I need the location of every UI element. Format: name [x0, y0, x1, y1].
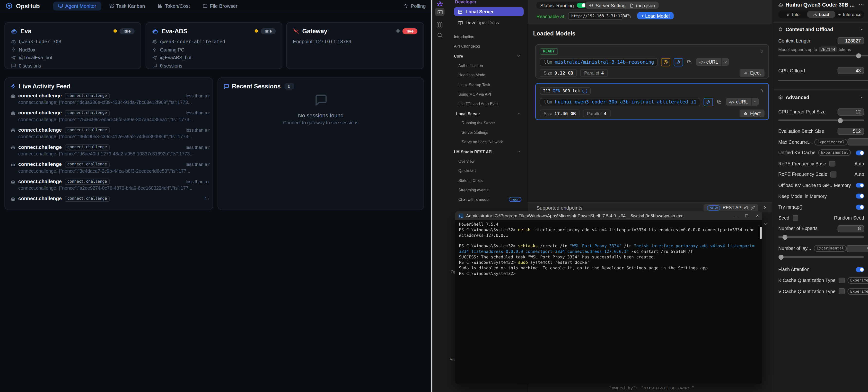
overflow-menu[interactable]: ⋯	[859, 2, 864, 8]
docs-nav-item[interactable]: Quickstart	[454, 166, 525, 175]
checkbox[interactable]	[839, 288, 845, 294]
chevron-right-icon[interactable]	[760, 49, 765, 54]
config-slider[interactable]	[778, 254, 864, 260]
eject-button[interactable]: Eject	[740, 109, 765, 117]
tools-button[interactable]	[674, 58, 683, 66]
slider-handle[interactable]	[856, 53, 861, 58]
docs-nav-item[interactable]: Using MCP via API	[454, 89, 525, 99]
robot-icon	[10, 93, 15, 98]
model-identifier-field[interactable]: llm mistralai/ministral-3-14b-reasoning	[539, 58, 658, 66]
checkbox[interactable]	[793, 215, 799, 221]
config-slider[interactable]	[778, 234, 864, 240]
tab-token-cost[interactable]: Token/Cost	[153, 1, 195, 10]
toggle-on[interactable]	[856, 205, 864, 209]
reachable-url-field[interactable]: http://192.168.3.31:1234	[568, 12, 623, 20]
toggle-on[interactable]	[856, 151, 864, 155]
docs-nav-item[interactable]: Stateful Chats	[454, 175, 525, 185]
tab-task-kanban[interactable]: Task Kanban	[104, 1, 150, 10]
docs-nav-item[interactable]: Overview	[454, 156, 525, 166]
value-field[interactable]: 4	[847, 138, 868, 146]
gateway-card[interactable]: Gateway live Endpoint: 127.0.0.1:18789	[286, 22, 424, 69]
maximize-button[interactable]: □	[745, 213, 748, 219]
developer-rail-button[interactable]	[435, 8, 444, 16]
docs-nav-item[interactable]: Linux Startup Task	[454, 80, 525, 89]
docs-nav-item[interactable]: Core	[454, 51, 525, 61]
docs-nav-item[interactable]: Streaming events	[454, 185, 525, 195]
docs-nav-item[interactable]: Introduction	[454, 32, 525, 41]
docs-nav-item[interactable]: Chat with a modelPOST	[454, 195, 525, 204]
checkbox[interactable]	[831, 171, 836, 177]
curl-dropdown[interactable]: </>cURL	[726, 98, 759, 106]
vision-button[interactable]	[661, 58, 671, 66]
slider-handle[interactable]	[778, 255, 783, 260]
docs-nav-item[interactable]: API Changelog	[454, 41, 525, 51]
value-field[interactable]: 8	[838, 225, 864, 232]
docs-nav-item[interactable]: Authentication	[454, 61, 525, 70]
context-length-slider[interactable]	[778, 55, 868, 56]
toggle-on[interactable]	[856, 194, 864, 198]
feed-list[interactable]: connect.challengeconnect.challengeless t…	[10, 92, 210, 207]
slider-handle[interactable]	[783, 235, 787, 240]
search-icon[interactable]	[437, 32, 443, 38]
tab-agent-monitor[interactable]: Agent Monitor	[53, 1, 101, 10]
sidebar-item-local-server[interactable]: Local Server	[454, 7, 524, 16]
minimize-button[interactable]: –	[735, 213, 738, 219]
checkbox[interactable]	[830, 161, 835, 167]
sidebar-item-developer-docs[interactable]: Developer Docs	[454, 18, 524, 27]
value-field[interactable]: 0	[847, 245, 868, 252]
config-slider[interactable]	[778, 117, 864, 124]
terminal-scrollbar[interactable]	[760, 227, 762, 239]
docs-nav-item[interactable]: Running the Server	[454, 118, 525, 128]
docs-nav-item[interactable]: Local Server	[454, 108, 525, 118]
agent-card-eva[interactable]: Eva idle Qwen3-Coder 30B NucBox @LocalEv…	[4, 22, 141, 69]
eject-button[interactable]: Eject	[740, 69, 765, 77]
checkbox[interactable]	[839, 277, 845, 284]
supported-endpoints-row[interactable]: Supported endpoints NEW REST API v1	[527, 202, 772, 213]
config-row: Try mmap()	[778, 203, 864, 211]
terminal-window[interactable]: >_ Administrator: C:\Program Files\Windo…	[455, 211, 762, 384]
tab-info[interactable]: Info	[779, 11, 807, 18]
server-settings-button[interactable]: Server Settings	[585, 2, 632, 9]
copy-icon[interactable]	[717, 99, 722, 104]
close-button[interactable]: ×	[756, 213, 759, 219]
feed-timestamp: less than a r	[186, 162, 210, 167]
copy-icon[interactable]	[687, 60, 692, 64]
context-offload-section-header[interactable]: Context and Offload	[778, 27, 864, 32]
tab-load[interactable]: Load	[807, 11, 835, 18]
mcp-json-button[interactable]: mcp.json	[625, 2, 659, 9]
gpu-offload-slider[interactable]	[778, 80, 868, 81]
tab-file-browser[interactable]: File Browser	[197, 1, 243, 10]
context-length-field[interactable]: 128827	[838, 37, 864, 44]
copy-icon[interactable]	[626, 14, 631, 19]
loaded-model-card-2[interactable]: 213 GEN 300 tok llm huihui-qwen3-coder-3…	[535, 83, 769, 120]
docs-nav-item[interactable]: LM Studio REST API	[454, 147, 525, 156]
toggle-on[interactable]	[856, 183, 864, 188]
docs-nav-item[interactable]: Idle TTL and Auto-Evict	[454, 99, 525, 108]
curl-dropdown[interactable]: </>cURL	[696, 58, 729, 66]
feed-detail: connect.challenge: {"nonce":"3e4daca7-2c…	[18, 168, 210, 174]
docs-nav-item[interactable]: Server Settings	[454, 128, 525, 137]
value-field[interactable]: 12	[838, 108, 864, 116]
gpu-offload-field[interactable]: 48	[838, 67, 864, 74]
tab-inference[interactable]: Inference	[835, 11, 864, 18]
chevron-right-icon[interactable]	[762, 205, 767, 210]
terminal-body[interactable]: PowerShell 7.5.4PS C:\Windows\System32> …	[455, 220, 762, 384]
load-model-button[interactable]: + Load Model	[637, 12, 674, 20]
chevron-down-icon[interactable]	[764, 221, 768, 226]
agent-card-eva-abs[interactable]: Eva-ABS idle qwen3-coder-abliterated Gam…	[146, 22, 282, 69]
toggle-on[interactable]	[856, 267, 864, 272]
slider-handle[interactable]	[838, 118, 842, 123]
tools-button[interactable]	[704, 98, 713, 106]
advanced-section-header[interactable]: Advanced	[778, 95, 864, 100]
terminal-titlebar[interactable]: >_ Administrator: C:\Program Files\Windo…	[455, 211, 762, 220]
rest-api-v1-button[interactable]: NEW REST API v1	[704, 204, 758, 211]
agent-spider-icon[interactable]	[436, 0, 443, 8]
polling-indicator[interactable]: Polling	[403, 3, 426, 9]
columns-icon[interactable]	[436, 22, 443, 28]
loaded-model-card-1[interactable]: READY llm mistralai/ministral-3-14b-reas…	[535, 44, 769, 78]
chevron-right-icon[interactable]	[760, 89, 765, 93]
docs-nav-item[interactable]: Headless Mode	[454, 70, 525, 80]
value-field[interactable]: 512	[838, 128, 864, 135]
docs-nav-item[interactable]: Serve on Local Network	[454, 137, 525, 147]
model-identifier-field[interactable]: llm huihui-qwen3-coder-30b-a3b-instruct-…	[539, 98, 700, 106]
